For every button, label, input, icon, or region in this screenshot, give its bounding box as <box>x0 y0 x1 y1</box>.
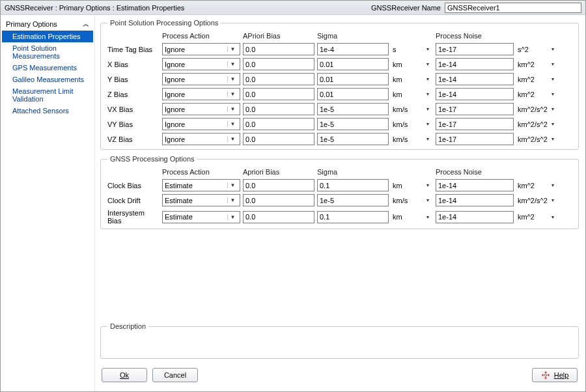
noise-field[interactable] <box>438 59 511 70</box>
cancel-button[interactable]: Cancel <box>152 368 198 382</box>
gnss-noise-input-1[interactable] <box>436 194 514 206</box>
pspo-action-combo-6[interactable]: Ignore▼ <box>162 133 240 145</box>
sigma-field[interactable] <box>320 212 386 223</box>
pspo-action-combo-1[interactable]: Ignore▼ <box>162 58 240 70</box>
pspo-unit2-3[interactable]: km^2▾ <box>516 88 558 100</box>
sidebar-item-2[interactable]: GPS Measurements <box>2 62 93 74</box>
gnss-apriori-input-1[interactable] <box>243 194 314 206</box>
pspo-action-combo-4[interactable]: Ignore▼ <box>162 103 240 115</box>
gnss-action-combo-1[interactable]: Estimate▼ <box>162 194 240 206</box>
noise-field[interactable] <box>438 44 511 55</box>
apriori-field[interactable] <box>245 104 312 115</box>
pspo-apriori-input-3[interactable] <box>243 88 314 100</box>
help-button[interactable]: Help <box>532 368 578 382</box>
noise-field[interactable] <box>438 195 511 206</box>
pspo-sigma-input-6[interactable] <box>317 133 389 145</box>
pspo-unit2-6[interactable]: km^2/s^2▾ <box>516 133 558 145</box>
gnss-action-combo-2[interactable]: Estimate▼ <box>162 211 240 223</box>
gnss-sigma-input-2[interactable] <box>317 211 389 223</box>
pspo-unit1-6[interactable]: km/s▾ <box>391 133 433 145</box>
pspo-sigma-input-1[interactable] <box>317 58 389 70</box>
pspo-sigma-input-2[interactable] <box>317 73 389 85</box>
noise-field[interactable] <box>438 119 511 130</box>
pspo-unit1-1[interactable]: km▾ <box>391 58 433 70</box>
pspo-noise-input-2[interactable] <box>436 73 514 85</box>
pspo-sigma-input-0[interactable] <box>317 43 389 55</box>
pspo-unit2-5[interactable]: km^2/s^2▾ <box>516 118 558 130</box>
sidebar-item-1[interactable]: Point Solution Measurements <box>2 42 93 62</box>
pspo-unit1-3[interactable]: km▾ <box>391 88 433 100</box>
gnss-apriori-input-2[interactable] <box>243 211 314 223</box>
gnss-action-combo-0[interactable]: Estimate▼ <box>162 179 240 191</box>
noise-field[interactable] <box>438 74 511 85</box>
pspo-apriori-input-4[interactable] <box>243 103 314 115</box>
pspo-apriori-input-6[interactable] <box>243 133 314 145</box>
gnss-unit2-0[interactable]: km^2▾ <box>516 179 558 191</box>
apriori-field[interactable] <box>245 89 312 100</box>
sidebar-item-5[interactable]: Attached Sensors <box>2 105 93 117</box>
gnss-noise-input-0[interactable] <box>436 179 514 191</box>
pspo-noise-input-3[interactable] <box>436 88 514 100</box>
pspo-action-combo-0[interactable]: Ignore▼ <box>162 43 240 55</box>
noise-field[interactable] <box>438 104 511 115</box>
pspo-apriori-input-2[interactable] <box>243 73 314 85</box>
pspo-action-combo-2[interactable]: Ignore▼ <box>162 73 240 85</box>
apriori-field[interactable] <box>245 119 312 130</box>
sigma-field[interactable] <box>320 89 386 100</box>
pspo-apriori-input-0[interactable] <box>243 43 314 55</box>
noise-field[interactable] <box>438 212 511 223</box>
gnss-unit2-2[interactable]: km^2▾ <box>516 211 558 223</box>
gnss-unit1-1[interactable]: km/s▾ <box>391 194 433 206</box>
sidebar-item-3[interactable]: Galileo Measurements <box>2 74 93 85</box>
gnss-sigma-input-1[interactable] <box>317 194 389 206</box>
pspo-unit2-0[interactable]: s^2▾ <box>516 43 558 55</box>
sidebar-item-0[interactable]: Estimation Properties <box>2 31 93 42</box>
apriori-field[interactable] <box>245 44 312 55</box>
pspo-unit2-1[interactable]: km^2▾ <box>516 58 558 70</box>
gnss-unit1-0[interactable]: km▾ <box>391 179 433 191</box>
sigma-field[interactable] <box>320 133 386 145</box>
sigma-field[interactable] <box>320 44 386 55</box>
pspo-noise-input-5[interactable] <box>436 118 514 130</box>
sigma-field[interactable] <box>320 119 386 130</box>
pspo-sigma-input-5[interactable] <box>317 118 389 130</box>
sidebar-heading[interactable]: Primary Options ︽ <box>2 18 93 31</box>
pspo-noise-input-1[interactable] <box>436 58 514 70</box>
pspo-sigma-input-4[interactable] <box>317 103 389 115</box>
pspo-unit1-5[interactable]: km/s▾ <box>391 118 433 130</box>
pspo-sigma-input-3[interactable] <box>317 88 389 100</box>
sigma-field[interactable] <box>320 195 386 206</box>
apriori-field[interactable] <box>245 180 312 191</box>
pspo-action-combo-5[interactable]: Ignore▼ <box>162 118 240 130</box>
noise-field[interactable] <box>438 89 511 100</box>
apriori-field[interactable] <box>245 133 312 145</box>
receiver-name-input[interactable] <box>445 3 581 13</box>
noise-field[interactable] <box>438 133 511 145</box>
gnss-unit1-2[interactable]: km▾ <box>391 211 433 223</box>
pspo-action-combo-3[interactable]: Ignore▼ <box>162 88 240 100</box>
pspo-apriori-input-1[interactable] <box>243 58 314 70</box>
pspo-apriori-input-5[interactable] <box>243 118 314 130</box>
sigma-field[interactable] <box>320 104 386 115</box>
sidebar-item-4[interactable]: Measurement Limit Validation <box>2 85 93 105</box>
pspo-noise-input-4[interactable] <box>436 103 514 115</box>
pspo-unit1-4[interactable]: km/s▾ <box>391 103 433 115</box>
gnss-sigma-input-0[interactable] <box>317 179 389 191</box>
apriori-field[interactable] <box>245 212 312 223</box>
pspo-unit2-2[interactable]: km^2▾ <box>516 73 558 85</box>
apriori-field[interactable] <box>245 59 312 70</box>
sigma-field[interactable] <box>320 59 386 70</box>
pspo-noise-input-6[interactable] <box>436 133 514 145</box>
sigma-field[interactable] <box>320 74 386 85</box>
pspo-unit2-4[interactable]: km^2/s^2▾ <box>516 103 558 115</box>
gnss-unit2-1[interactable]: km^2/s^2▾ <box>516 194 558 206</box>
noise-field[interactable] <box>438 180 511 191</box>
pspo-unit1-2[interactable]: km▾ <box>391 73 433 85</box>
gnss-noise-input-2[interactable] <box>436 211 514 223</box>
gnss-apriori-input-0[interactable] <box>243 179 314 191</box>
collapse-icon[interactable]: ︽ <box>83 20 89 29</box>
pspo-unit1-0[interactable]: s▾ <box>391 43 433 55</box>
ok-button[interactable]: Ok <box>102 368 147 382</box>
sigma-field[interactable] <box>320 180 386 191</box>
apriori-field[interactable] <box>245 195 312 206</box>
